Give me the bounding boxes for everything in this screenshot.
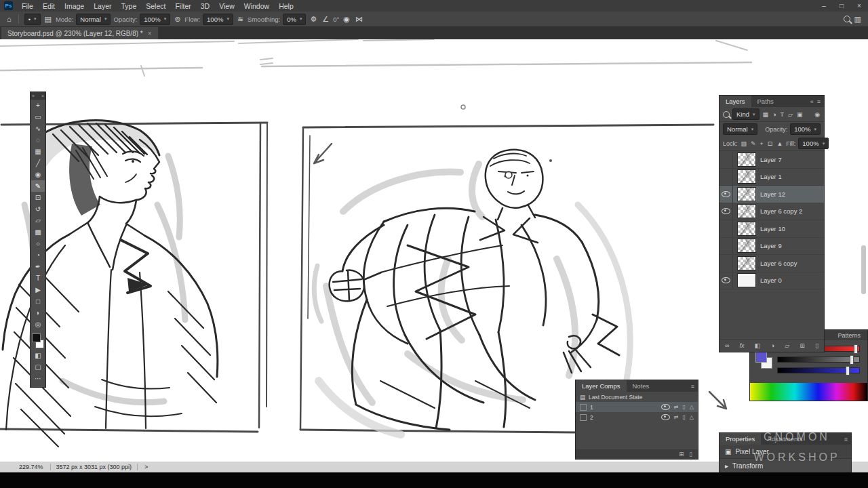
zoom-level[interactable]: 229.74%: [19, 464, 43, 470]
delete-layer-icon[interactable]: ▯: [815, 342, 818, 349]
layer-comp-row[interactable]: 2 ⇄ ▯ △: [576, 412, 698, 422]
tool-path-selection[interactable]: ▶: [31, 284, 45, 296]
foreground-color-swatch[interactable]: [755, 351, 767, 363]
lock-artboard-icon[interactable]: ⊡: [767, 140, 774, 147]
layer-row[interactable]: Layer 6 copy 2: [719, 203, 824, 221]
tool-hand[interactable]: ◗: [31, 307, 45, 319]
foreground-color-swatch[interactable]: [32, 333, 41, 342]
lock-transparency-icon[interactable]: ▨: [741, 140, 748, 147]
slider-handle[interactable]: [850, 355, 854, 365]
minimize-button[interactable]: –: [815, 0, 833, 12]
maximize-button[interactable]: □: [833, 0, 850, 12]
workspace-switcher-icon[interactable]: ▥: [853, 15, 863, 24]
tab-properties[interactable]: Properties: [719, 433, 761, 445]
tool-gradient[interactable]: ▩: [31, 226, 45, 238]
brush-preset-picker[interactable]: • ▾: [24, 14, 41, 25]
menu-help[interactable]: Help: [274, 0, 298, 12]
symmetry-icon[interactable]: ⋈: [354, 15, 364, 24]
visibility-toggle[interactable]: [719, 151, 733, 168]
tool-clone-stamp[interactable]: ⊡: [31, 192, 45, 203]
tool-type[interactable]: T: [31, 272, 45, 284]
eye-icon[interactable]: [661, 414, 670, 420]
visibility-toggle[interactable]: [719, 272, 733, 289]
menu-view[interactable]: View: [214, 0, 239, 12]
apply-comp-checkbox[interactable]: [580, 404, 587, 411]
tool-eraser[interactable]: ▱: [31, 215, 45, 226]
new-comp-icon[interactable]: ⊞: [679, 451, 684, 458]
status-chevron-icon[interactable]: >: [144, 464, 148, 470]
lock-pixels-icon[interactable]: ✎: [750, 140, 757, 147]
brush-settings-panel-icon[interactable]: ▤: [43, 15, 53, 24]
color-swatches[interactable]: [32, 333, 44, 348]
smoothing-options-gear-icon[interactable]: ⚙: [309, 15, 318, 24]
new-layer-icon[interactable]: ⊞: [800, 342, 805, 349]
filter-shape-icon[interactable]: ▱: [787, 111, 793, 118]
layer-opacity-select[interactable]: 100% ▾: [790, 123, 821, 135]
close-icon[interactable]: ×: [41, 94, 44, 98]
menu-window[interactable]: Window: [239, 0, 274, 12]
tool-rectangular-marquee[interactable]: ▭: [31, 111, 45, 123]
layer-thumbnail[interactable]: [737, 273, 756, 287]
edit-toolbar-icon[interactable]: ⋯: [31, 373, 45, 384]
filter-adjustment-icon[interactable]: ◑: [772, 111, 776, 118]
layer-thumbnail[interactable]: [737, 187, 756, 201]
eye-icon[interactable]: [661, 404, 670, 410]
tool-move[interactable]: +: [31, 100, 45, 111]
delete-comp-icon[interactable]: ▯: [689, 451, 692, 458]
slider-handle[interactable]: [846, 366, 850, 375]
layer-thumbnail[interactable]: [737, 152, 756, 167]
kind-filter-select[interactable]: Kind ▾: [732, 108, 760, 120]
quick-mask-icon[interactable]: ◧: [31, 350, 45, 361]
visibility-toggle[interactable]: [719, 169, 733, 186]
menu-filter[interactable]: Filter: [170, 0, 195, 12]
menu-edit[interactable]: Edit: [38, 0, 60, 12]
pressure-opacity-icon[interactable]: ⊚: [173, 15, 182, 24]
tool-brush[interactable]: ✎: [31, 180, 45, 192]
blend-mode-select[interactable]: Normal ▾: [76, 14, 111, 25]
layer-row[interactable]: Layer 0: [719, 272, 824, 290]
blue-slider[interactable]: [777, 367, 860, 373]
search-icon[interactable]: [844, 16, 850, 22]
layer-row[interactable]: Layer 1: [719, 169, 824, 186]
opacity-select[interactable]: 100% ▾: [140, 14, 170, 25]
visibility-toggle[interactable]: [719, 203, 733, 220]
link-layers-icon[interactable]: ∞: [725, 342, 729, 349]
lock-all-icon[interactable]: ▲: [776, 140, 783, 147]
layer-thumbnail[interactable]: [737, 169, 756, 184]
layer-mask-icon[interactable]: ◧: [755, 342, 761, 349]
menu-layer[interactable]: Layer: [89, 0, 116, 12]
pressure-size-icon[interactable]: ◉: [342, 15, 351, 24]
tab-layer-comps[interactable]: Layer Comps: [576, 380, 627, 392]
new-group-icon[interactable]: ▱: [785, 342, 789, 349]
home-icon[interactable]: ⌂: [5, 15, 13, 23]
tool-crop[interactable]: ▦: [31, 146, 45, 157]
tab-paths[interactable]: Paths: [751, 96, 780, 107]
menu-file[interactable]: File: [17, 0, 38, 12]
menu-select[interactable]: Select: [141, 0, 170, 12]
lock-position-icon[interactable]: +: [760, 140, 764, 147]
tool-eyedropper[interactable]: ╱: [31, 157, 45, 169]
collapse-panel-icon[interactable]: «: [810, 98, 814, 105]
document-tab[interactable]: Storyboard.psd @ 230% (Layer 12, RGB/8) …: [1, 27, 158, 39]
screen-mode-icon[interactable]: ▢: [31, 361, 45, 373]
close-button[interactable]: ×: [850, 0, 868, 12]
layer-comp-row[interactable]: 1 ⇄ ▯ △: [576, 402, 698, 412]
tab-notes[interactable]: Notes: [627, 380, 656, 392]
filter-toggle-icon[interactable]: ◉: [814, 111, 821, 118]
menu-type[interactable]: Type: [116, 0, 141, 12]
tool-pen[interactable]: ✒: [31, 261, 45, 272]
visibility-toggle[interactable]: [719, 220, 733, 237]
layer-row-selected[interactable]: Layer 12: [719, 186, 824, 203]
tool-lasso[interactable]: ∿: [31, 123, 45, 134]
tool-quick-selection[interactable]: ◌: [31, 134, 45, 146]
canvas-scrollbar[interactable]: [861, 245, 866, 294]
last-document-state-row[interactable]: ▤ Last Document State: [576, 392, 698, 402]
layer-blend-mode-select[interactable]: Normal ▾: [723, 123, 757, 135]
panel-menu-icon[interactable]: ≡: [817, 98, 821, 105]
adjustment-layer-icon[interactable]: ◑: [771, 342, 774, 349]
layer-fill-select[interactable]: 100% ▾: [798, 138, 829, 149]
visibility-toggle[interactable]: [719, 238, 733, 255]
menu-3d[interactable]: 3D: [196, 0, 214, 12]
layer-row[interactable]: Layer 6 copy: [719, 255, 824, 272]
layer-row[interactable]: Layer 7: [719, 151, 824, 169]
